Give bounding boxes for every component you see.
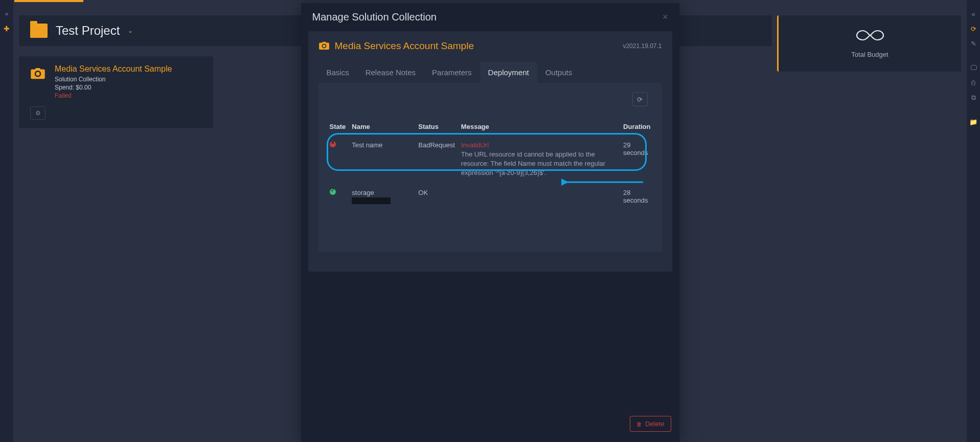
gear-icon: ⚙ xyxy=(35,109,41,117)
tab-release-notes[interactable]: Release Notes xyxy=(357,62,424,83)
solution-subtitle: Solution Collection xyxy=(55,76,172,83)
tab-outputs[interactable]: Outputs xyxy=(537,62,581,83)
th-duration: Duration xyxy=(620,119,653,136)
print-rail-icon[interactable]: ⎙ xyxy=(971,79,975,86)
message-body: The URL resource id cannot be applied to… xyxy=(461,150,617,178)
budget-label: Total Budget xyxy=(851,51,888,58)
delete-button[interactable]: Delete xyxy=(630,416,671,432)
cell-duration: 28 seconds xyxy=(620,183,653,209)
message-error-title: InvalidUrl xyxy=(461,141,617,149)
camera-icon xyxy=(30,64,45,99)
modal: Manage Solution Collection × Media Servi… xyxy=(301,3,679,442)
add-icon[interactable]: ✚ xyxy=(4,25,10,33)
refresh-button[interactable]: ⟳ xyxy=(632,92,648,106)
settings-button[interactable]: ⚙ xyxy=(30,106,45,120)
solution-status: Failed xyxy=(55,92,172,99)
modal-header: Manage Solution Collection × xyxy=(301,3,679,31)
right-rail: « ⟳ ✎ 🖵 ⎙ ⧉ 📁 xyxy=(966,0,980,442)
edit-rail-icon[interactable]: ✎ xyxy=(971,40,976,48)
cell-duration: 29 seconds xyxy=(620,136,653,184)
camera-icon xyxy=(318,41,330,52)
th-status: Status xyxy=(415,119,458,136)
infinity-icon xyxy=(856,29,884,46)
budget-panel: Total Budget xyxy=(777,15,961,72)
monitor-rail-icon[interactable]: 🖵 xyxy=(970,64,977,72)
state-fail-icon xyxy=(330,141,336,147)
close-icon[interactable]: × xyxy=(663,12,668,23)
state-ok-icon xyxy=(330,189,336,195)
delete-label: Delete xyxy=(645,420,665,428)
solution-card: Media Services Account Sample Solution C… xyxy=(19,56,213,128)
version-label: v2021.19.07.1 xyxy=(623,42,662,50)
cell-name: Test name xyxy=(349,136,415,184)
trash-icon xyxy=(636,420,642,428)
table-row: Test name BadRequest InvalidUrl The URL … xyxy=(327,136,654,184)
expand-rail-icon[interactable]: » xyxy=(5,10,9,17)
cell-status: BadRequest xyxy=(415,136,458,184)
deployment-table: State Name Status Message Duration xyxy=(327,119,654,209)
left-rail: » ✚ xyxy=(0,0,14,442)
folder-icon xyxy=(30,24,48,38)
topbar-accent xyxy=(14,0,83,2)
cell-message: InvalidUrl The URL resource id cannot be… xyxy=(458,136,620,184)
refresh-icon: ⟳ xyxy=(637,96,643,103)
chevron-down-icon[interactable]: ⌄ xyxy=(128,27,133,34)
table-row: storage OK 28 seconds xyxy=(327,183,654,209)
tab-content-deployment: ⟳ State Name Status Message D xyxy=(318,83,662,252)
cell-status: OK xyxy=(415,183,458,209)
th-name: Name xyxy=(349,119,415,136)
folder-rail-icon[interactable]: 📁 xyxy=(969,118,977,126)
tab-basics[interactable]: Basics xyxy=(318,62,357,83)
modal-inner-card: Media Services Account Sample v2021.19.0… xyxy=(308,31,672,272)
th-message: Message xyxy=(458,119,620,136)
modal-footer: Delete xyxy=(301,411,679,442)
project-title: Test Project xyxy=(56,24,120,38)
solution-spend: Spend: $0.00 xyxy=(55,84,172,91)
tab-parameters[interactable]: Parameters xyxy=(424,62,480,83)
cell-name: storage xyxy=(349,183,415,209)
tab-deployment[interactable]: Deployment xyxy=(480,62,537,83)
redacted-text xyxy=(352,197,391,204)
cell-message xyxy=(458,183,620,209)
copy-rail-icon[interactable]: ⧉ xyxy=(971,94,976,102)
solution-title: Media Services Account Sample xyxy=(55,64,172,74)
modal-title: Manage Solution Collection xyxy=(312,11,437,23)
th-state: State xyxy=(327,119,349,136)
collapse-rail-icon[interactable]: « xyxy=(971,10,975,18)
tab-bar: Basics Release Notes Parameters Deployme… xyxy=(318,62,662,83)
modal-inner-title: Media Services Account Sample xyxy=(335,40,474,52)
refresh-rail-icon[interactable]: ⟳ xyxy=(971,25,976,33)
